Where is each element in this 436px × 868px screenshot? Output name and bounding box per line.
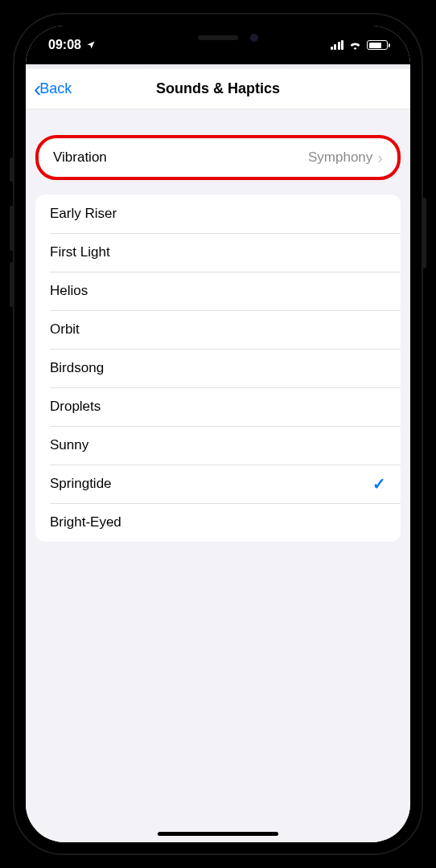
location-icon [86,40,96,50]
status-time: 09:08 [48,38,81,52]
sound-row-bright-eyed[interactable]: Bright-Eyed [35,503,401,542]
sound-row-first-light[interactable]: First Light [35,233,401,272]
vibration-value: Symphony [308,149,372,166]
sound-label: Droplets [50,399,101,415]
screen: 09:08 ‹ B [26,26,410,842]
sounds-group: Early Riser First Light Helios Orbit Bir… [35,194,401,542]
content: Vibration Symphony › Early Riser First L… [26,109,410,842]
back-label: Back [39,80,72,97]
cellular-icon [331,40,344,50]
chevron-right-icon: › [377,149,383,166]
sound-row-sunny[interactable]: Sunny [35,426,401,465]
battery-level [369,43,382,48]
vibration-group: Vibration Symphony › [35,135,401,180]
mute-switch [10,158,13,182]
power-button [423,198,426,268]
status-right [331,40,389,50]
status-left: 09:08 [48,38,96,52]
vibration-label: Vibration [53,149,107,166]
home-indicator[interactable] [158,832,278,836]
side-buttons-left [10,158,13,331]
back-button[interactable]: ‹ Back [34,78,72,100]
sound-label: Helios [50,283,88,299]
sound-label: Sunny [50,437,88,453]
sound-label: First Light [50,244,110,260]
sound-row-droplets[interactable]: Droplets [35,387,401,426]
volume-down-button [10,262,13,307]
sound-label: Springtide [50,476,112,492]
sound-row-orbit[interactable]: Orbit [35,310,401,349]
vibration-row[interactable]: Vibration Symphony › [39,138,397,177]
sound-label: Orbit [50,321,80,338]
sound-label: Early Riser [50,206,117,222]
battery-icon [367,40,388,50]
sound-row-early-riser[interactable]: Early Riser [35,194,401,233]
sound-row-birdsong[interactable]: Birdsong [35,349,401,387]
sound-label: Birdsong [50,360,104,376]
nav-bar: ‹ Back Sounds & Haptics [26,69,410,109]
page-title: Sounds & Haptics [156,80,280,97]
front-camera [250,34,258,42]
vibration-value-wrap: Symphony › [308,149,383,166]
sound-row-helios[interactable]: Helios [35,272,401,310]
device-frame: 09:08 ‹ B [13,13,423,855]
sound-row-springtide[interactable]: Springtide ✓ [35,465,401,503]
notch [134,26,302,50]
volume-up-button [10,206,13,251]
sound-label: Bright-Eyed [50,514,121,530]
checkmark-icon: ✓ [372,474,386,493]
wifi-icon [348,40,362,50]
earpiece-speaker [198,35,238,40]
app-chrome: ‹ Back Sounds & Haptics [26,64,410,109]
